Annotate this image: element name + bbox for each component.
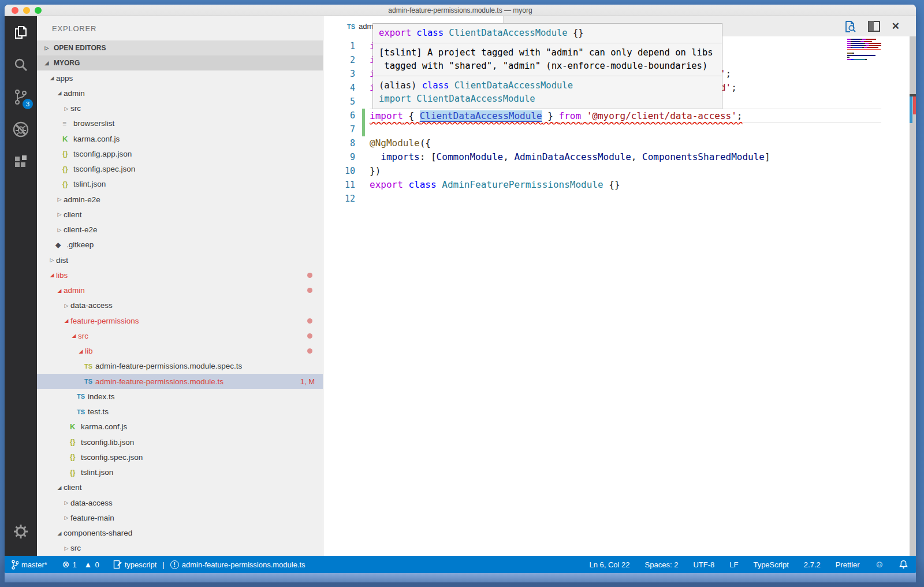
tree-file-tsconfig.spec.json[interactable]: {}tsconfig.spec.json <box>37 162 323 177</box>
twistie-collapsed-icon[interactable]: ▷ <box>55 196 64 202</box>
tree-item-label: src <box>70 104 81 113</box>
split-editor-button[interactable] <box>868 21 880 32</box>
twistie-collapsed-icon[interactable]: ▷ <box>55 211 64 217</box>
typescript-version[interactable]: 2.7.2 <box>804 560 821 569</box>
open-changes-button[interactable] <box>844 20 856 33</box>
tree-file-admin-feature-permissions.module.spec.ts[interactable]: TSadmin-feature-permissions.module.spec.… <box>37 359 323 374</box>
code-line-6[interactable]: 6import { ClientDataAccessModule } from … <box>323 109 916 122</box>
tree-folder-admin[interactable]: ◢admin <box>37 86 323 101</box>
explorer-icon[interactable] <box>5 16 37 49</box>
twistie-collapsed-icon[interactable]: ▷ <box>55 227 64 233</box>
tree-file-tsconfig.spec.json[interactable]: {}tsconfig.spec.json <box>37 449 323 465</box>
twistie-expanded-icon[interactable]: ◢ <box>55 485 64 491</box>
tree-folder-admin[interactable]: ◢admin <box>37 283 323 298</box>
tree-file-tsconfig.app.json[interactable]: {}tsconfig.app.json <box>37 146 323 161</box>
code-text[interactable]: import { ClientDataAccessModule } from '… <box>370 109 881 122</box>
json-file-icon: {} <box>70 438 81 446</box>
twistie-collapsed-icon[interactable]: ▷ <box>48 257 56 263</box>
extensions-icon[interactable] <box>5 146 37 178</box>
tree-folder-client[interactable]: ◢client <box>37 480 323 495</box>
tree-file-karma.conf.js[interactable]: Kkarma.conf.js <box>37 131 323 146</box>
tree-file-index.ts[interactable]: TSindex.ts <box>37 389 323 404</box>
workspace-root-header[interactable]: ◢ MYORG <box>37 55 323 70</box>
tree-folder-src[interactable]: ▷src <box>37 101 323 116</box>
settings-gear-icon[interactable] <box>5 515 37 548</box>
tree-folder-client[interactable]: ▷client <box>37 207 323 222</box>
tree-folder-components-shared[interactable]: ◢components-shared <box>37 526 323 541</box>
twistie-collapsed-icon[interactable]: ▷ <box>62 303 70 309</box>
search-icon[interactable] <box>5 49 37 81</box>
tree-item-label: data-access <box>70 301 113 310</box>
tree-file-.gitkeep[interactable]: ◆.gitkeep <box>37 237 323 252</box>
tree-folder-src[interactable]: ◢src <box>37 328 323 343</box>
tree-folder-dist[interactable]: ▷dist <box>37 252 323 268</box>
eol-sequence[interactable]: LF <box>729 560 738 569</box>
git-branch-item[interactable]: master* <box>12 560 47 570</box>
tree-folder-apps[interactable]: ◢apps <box>37 70 323 86</box>
tree-file-tslint.json[interactable]: {}tslint.json <box>37 177 323 192</box>
line-number: 8 <box>323 136 355 150</box>
formatter[interactable]: Prettier <box>836 560 860 569</box>
twistie-expanded-icon[interactable]: ◢ <box>48 272 56 278</box>
source-control-icon[interactable]: 3 <box>5 81 37 113</box>
tree-file-admin-feature-permissions.module.ts[interactable]: TSadmin-feature-permissions.module.ts1, … <box>37 374 323 389</box>
twistie-collapsed-icon[interactable]: ▷ <box>62 515 70 521</box>
twistie-expanded-icon[interactable]: ◢ <box>55 288 64 294</box>
close-editor-button[interactable]: ✕ <box>892 20 900 32</box>
code-line-9[interactable]: 9 imports: [CommonModule, AdminDataAcces… <box>323 150 916 164</box>
twistie-expanded-icon[interactable]: ◢ <box>62 318 70 324</box>
code-text[interactable]: }) <box>370 164 916 178</box>
tree-folder-data-access[interactable]: ▷data-access <box>37 495 323 510</box>
minimize-window-button[interactable] <box>23 7 30 14</box>
open-editors-header[interactable]: ▷ OPEN EDITORS <box>37 40 323 55</box>
tree-folder-lib[interactable]: ◢lib <box>37 344 323 359</box>
twistie-expanded-icon[interactable]: ◢ <box>48 75 56 81</box>
tree-folder-src[interactable]: ▷src <box>37 541 323 556</box>
tree-folder-admin-e2e[interactable]: ▷admin-e2e <box>37 192 323 207</box>
twistie-expanded-icon[interactable]: ◢ <box>55 530 64 536</box>
tree-folder-feature-permissions[interactable]: ◢feature-permissions <box>37 313 323 328</box>
encoding[interactable]: UTF-8 <box>693 560 714 569</box>
code-text[interactable]: @NgModule({ <box>370 136 916 150</box>
twistie-collapsed-icon[interactable]: ▷ <box>62 106 70 112</box>
tree-folder-feature-main[interactable]: ▷feature-main <box>37 510 323 525</box>
notifications-bell-icon[interactable] <box>899 560 908 569</box>
language-mode[interactable]: TypeScript <box>753 560 788 569</box>
close-window-button[interactable] <box>12 7 18 14</box>
tree-item-label: admin-e2e <box>64 195 100 204</box>
twistie-expanded-icon[interactable]: ◢ <box>55 90 64 96</box>
debug-disabled-icon[interactable] <box>5 113 37 146</box>
code-line-11[interactable]: 11export class AdminFeaturePermissionsMo… <box>323 178 916 192</box>
tree-folder-data-access[interactable]: ▷data-access <box>37 298 323 313</box>
editor-content[interactable]: 1import { CommonModule } from '@angular/… <box>323 36 916 556</box>
zoom-window-button[interactable] <box>35 7 42 14</box>
feedback-smiley-icon[interactable]: ☺ <box>875 560 884 569</box>
linter-status-item[interactable]: typescript | ! admin-feature-permissions… <box>113 560 305 569</box>
code-text[interactable]: export class AdminFeaturePermissionsModu… <box>370 178 916 192</box>
tree-file-test.ts[interactable]: TStest.ts <box>37 404 323 419</box>
indentation[interactable]: Spaces: 2 <box>645 560 679 569</box>
tree-file-browserslist[interactable]: ≡browserslist <box>37 116 323 131</box>
tree-folder-client-e2e[interactable]: ▷client-e2e <box>37 222 323 237</box>
tree-file-karma.conf.js[interactable]: Kkarma.conf.js <box>37 419 323 434</box>
code-line-12[interactable]: 12 <box>323 192 916 206</box>
overview-ruler[interactable] <box>910 36 916 556</box>
code-line-7[interactable]: 7 <box>323 122 916 136</box>
minimap[interactable] <box>847 39 884 61</box>
tree-folder-libs[interactable]: ◢libs <box>37 268 323 283</box>
code-line-8[interactable]: 8@NgModule({ <box>323 136 916 150</box>
tree-file-tslint.json[interactable]: {}tslint.json <box>37 465 323 480</box>
list-file-icon: ≡ <box>62 120 73 128</box>
twistie-collapsed-icon[interactable]: ▷ <box>62 545 70 551</box>
code-text[interactable] <box>370 192 916 206</box>
twistie-expanded-icon[interactable]: ◢ <box>77 348 85 354</box>
definition-link[interactable]: ClientDataAccessModule <box>420 110 542 121</box>
cursor-position[interactable]: Ln 6, Col 22 <box>589 560 629 569</box>
code-text[interactable]: imports: [CommonModule, AdminDataAccessM… <box>370 150 916 164</box>
twistie-expanded-icon[interactable]: ◢ <box>70 333 78 339</box>
problems-item[interactable]: ⊗ 1 ▲ 0 <box>62 559 99 570</box>
twistie-collapsed-icon[interactable]: ▷ <box>62 500 70 506</box>
code-line-10[interactable]: 10}) <box>323 164 916 178</box>
tree-file-tsconfig.lib.json[interactable]: {}tsconfig.lib.json <box>37 434 323 449</box>
code-text[interactable] <box>370 122 916 136</box>
